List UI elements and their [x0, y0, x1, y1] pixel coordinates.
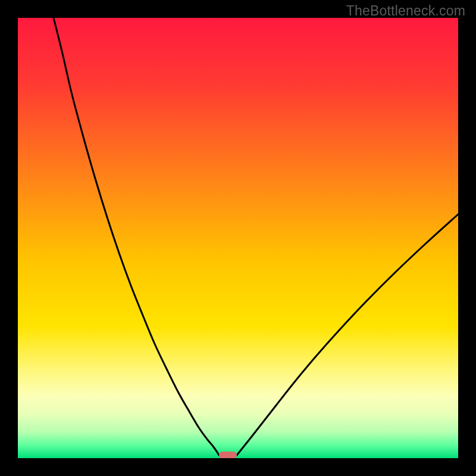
minimum-marker — [219, 452, 237, 458]
chart-frame: TheBottleneck.com — [0, 0, 476, 476]
gradient-background — [18, 18, 458, 458]
chart-svg — [18, 18, 458, 458]
watermark-text: TheBottleneck.com — [346, 3, 465, 19]
plot-area — [18, 18, 458, 458]
